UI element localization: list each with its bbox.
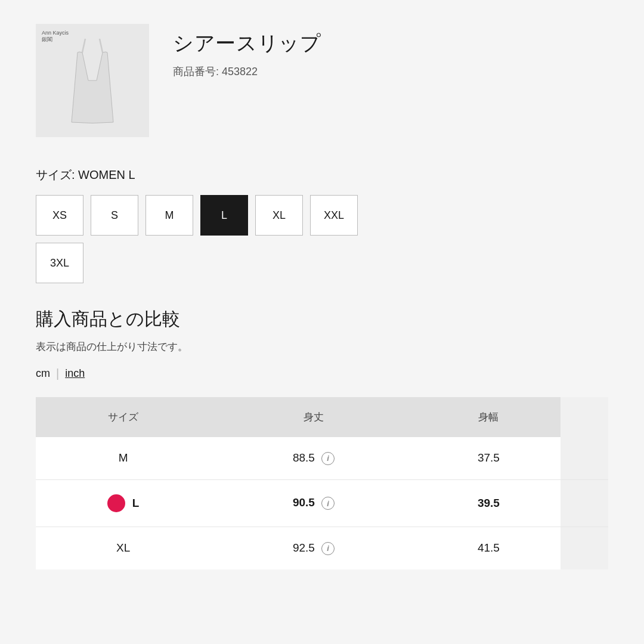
unit-toggle: cm | inch	[36, 367, 608, 380]
length-cell-m: 88.5 i	[210, 437, 416, 479]
size-section: サイズ: WOMEN L XS S M L XL XXL 3XL	[36, 167, 608, 283]
size-buttons-row-1: XS S M L XL XXL	[36, 195, 608, 236]
table-row-xl: XL 92.5 i 41.5	[36, 527, 608, 569]
size-btn-xs[interactable]: XS	[36, 195, 83, 236]
table-row-m: M 88.5 i 37.5	[36, 437, 608, 479]
product-number: 商品番号: 453822	[173, 64, 321, 79]
col-header-length: 身丈	[210, 397, 416, 437]
size-table: サイズ 身丈 身幅 M 88.5 i 37.5	[36, 397, 608, 569]
col-header-size: サイズ	[36, 397, 210, 437]
size-buttons-row-2: 3XL	[36, 243, 608, 283]
length-cell-xl: 92.5 i	[210, 527, 416, 569]
size-label: サイズ: WOMEN L	[36, 167, 608, 183]
width-cell-xl: 41.5	[417, 527, 561, 569]
unit-cm[interactable]: cm	[36, 367, 50, 380]
col-header-width: 身幅	[417, 397, 561, 437]
info-icon-m[interactable]: i	[321, 452, 335, 465]
unit-divider: |	[56, 367, 59, 380]
size-btn-s[interactable]: S	[91, 195, 138, 236]
dress-illustration	[66, 36, 119, 125]
extra-cell-xl	[561, 527, 608, 569]
table-row-l: L 90.5 i 39.5	[36, 479, 608, 527]
product-header: Ann Kaycis 銀閣 シアースリップ 商品番号: 453822	[36, 24, 608, 137]
page-container: Ann Kaycis 銀閣 シアースリップ 商品番号: 453822	[0, 0, 644, 644]
comparison-subtitle: 表示は商品の仕上がり寸法です。	[36, 340, 608, 354]
table-header-row: サイズ 身丈 身幅	[36, 397, 608, 437]
comparison-section: 購入商品との比較 表示は商品の仕上がり寸法です。 cm | inch サイズ 身…	[36, 307, 608, 569]
width-cell-l: 39.5	[417, 479, 561, 527]
size-btn-m[interactable]: M	[145, 195, 193, 236]
unit-inch-link[interactable]: inch	[65, 367, 85, 380]
product-title: シアースリップ	[173, 30, 321, 57]
width-cell-m: 37.5	[417, 437, 561, 479]
col-header-extra	[561, 397, 608, 437]
size-cell-xl: XL	[36, 527, 210, 569]
svg-line-1	[100, 39, 103, 52]
comparison-title: 購入商品との比較	[36, 307, 608, 332]
size-btn-xxl[interactable]: XXL	[310, 195, 358, 236]
extra-cell-m	[561, 437, 608, 479]
info-icon-l[interactable]: i	[321, 497, 335, 510]
svg-line-0	[82, 39, 85, 52]
info-icon-xl[interactable]: i	[321, 542, 335, 555]
selected-dot	[107, 494, 125, 512]
size-btn-xl[interactable]: XL	[255, 195, 303, 236]
size-btn-3xl[interactable]: 3XL	[36, 243, 83, 283]
size-cell-l: L	[36, 479, 210, 527]
size-btn-l[interactable]: L	[200, 195, 248, 236]
extra-cell-l	[561, 479, 608, 527]
product-image: Ann Kaycis 銀閣	[36, 24, 149, 137]
length-cell-l: 90.5 i	[210, 479, 416, 527]
size-cell-m: M	[36, 437, 210, 479]
product-info: シアースリップ 商品番号: 453822	[173, 24, 321, 79]
